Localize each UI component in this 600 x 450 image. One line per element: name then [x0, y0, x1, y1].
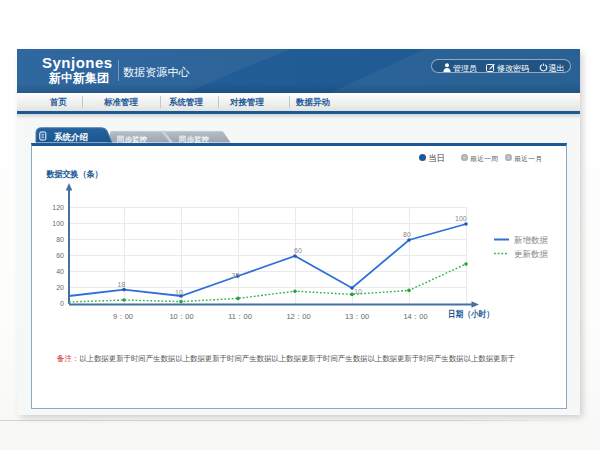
svg-text:100: 100	[455, 215, 467, 222]
svg-text:100: 100	[52, 220, 64, 227]
svg-text:更新数据: 更新数据	[514, 249, 549, 259]
svg-text:18: 18	[118, 281, 126, 288]
svg-text:日期（小时）: 日期（小时）	[448, 309, 494, 319]
svg-text:13：00: 13：00	[345, 312, 369, 321]
svg-text:120: 120	[52, 204, 64, 211]
svg-text:11：00: 11：00	[228, 312, 252, 321]
svg-text:80: 80	[403, 231, 411, 238]
svg-text:12：00: 12：00	[286, 312, 310, 321]
svg-text:80: 80	[56, 236, 64, 243]
svg-text:新增数据: 新增数据	[514, 235, 549, 245]
svg-text:数据交换（条）: 数据交换（条）	[46, 169, 103, 179]
svg-text:10：00: 10：00	[169, 312, 193, 321]
svg-text:35: 35	[232, 272, 240, 279]
svg-text:9：00: 9：00	[113, 312, 133, 321]
svg-text:20: 20	[56, 284, 64, 291]
svg-text:10: 10	[354, 288, 362, 295]
svg-text:60: 60	[56, 252, 64, 259]
svg-text:60: 60	[294, 247, 302, 254]
svg-text:14：00: 14：00	[403, 312, 427, 321]
svg-text:40: 40	[56, 268, 64, 275]
svg-text:10: 10	[175, 289, 183, 296]
svg-text:0: 0	[60, 300, 64, 307]
